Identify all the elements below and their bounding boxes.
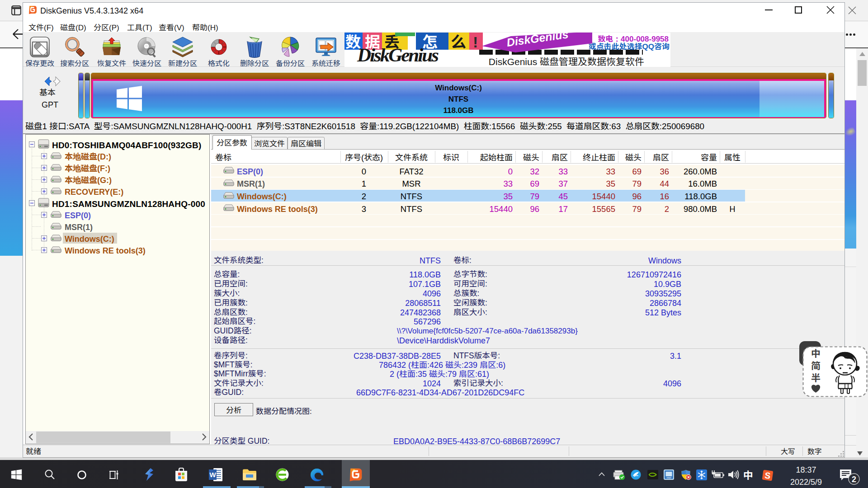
svg-text:2: 2 — [852, 475, 856, 484]
svg-text:intel: intel — [666, 476, 671, 479]
svg-text:W: W — [209, 471, 216, 479]
